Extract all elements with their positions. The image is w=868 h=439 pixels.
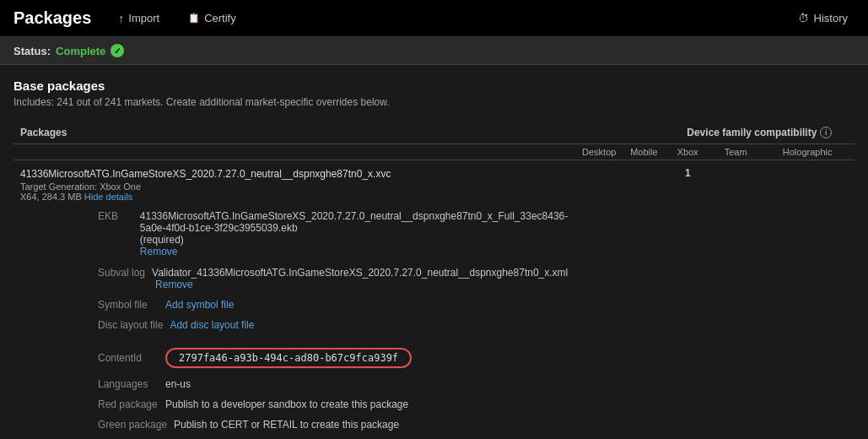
- content-id-row: ContentId 2797fa46-a93b-494c-ad80-b67c9f…: [13, 342, 855, 374]
- spacer-row: [13, 335, 855, 342]
- add-symbol-link[interactable]: Add symbol file: [165, 299, 234, 311]
- languages-row: Languages en-us: [13, 374, 855, 394]
- header-actions: ↑ Import 📋 Certify: [111, 8, 257, 29]
- main-content: Base packages Includes: 241 out of 241 m…: [0, 65, 868, 435]
- subval-empty-cols: [574, 263, 855, 295]
- page-header: Packages ↑ Import 📋 Certify ⏱ History: [0, 0, 868, 37]
- col-sub-packages: [13, 144, 574, 160]
- col-header-device-compat: Device family compatibility i: [665, 122, 855, 144]
- disc-layout-label: Disc layout file: [98, 317, 170, 333]
- package-size: X64, 284.3 MB Hide details: [20, 192, 568, 202]
- symbol-value-cell: Add symbol file: [165, 297, 568, 312]
- red-package-row: Red package Publish to a developer sandb…: [13, 394, 855, 415]
- info-icon[interactable]: i: [820, 127, 832, 138]
- red-package-label: Red package: [98, 397, 165, 412]
- subval-inner-row: Subval log Validator_41336MicrosoftATG.I…: [98, 265, 568, 292]
- content-id-value: 2797fa46-a93b-494c-ad80-b67c9fca939f: [165, 348, 412, 368]
- history-button[interactable]: ⏱ History: [791, 8, 855, 28]
- status-bar: Status: Complete ✓: [0, 37, 868, 65]
- languages-cell: Languages en-us: [13, 374, 574, 394]
- import-icon: ↑: [118, 12, 124, 25]
- subval-cell: Subval log Validator_41336MicrosoftATG.I…: [13, 263, 574, 295]
- device-compat-label: Device family compatibility: [687, 127, 817, 138]
- subval-remove-link[interactable]: Remove: [155, 279, 193, 290]
- content-id-cell: ContentId 2797fa46-a93b-494c-ad80-b67c9f…: [13, 342, 574, 374]
- red-package-value: Publish to a developer sandbox to create…: [165, 397, 568, 412]
- desktop-cell: [574, 160, 623, 205]
- red-pkg-empty-cols: [574, 394, 855, 415]
- green-package-row: Green package Publish to CERT or RETAIL …: [13, 415, 855, 435]
- ekb-required: (required): [140, 234, 568, 246]
- package-filename: 41336MicrosoftATG.InGameStoreXS_2020.7.2…: [20, 167, 568, 182]
- packages-table: Packages Device family compatibility i D…: [13, 122, 855, 435]
- green-pkg-empty-cols: [574, 415, 855, 435]
- green-package-cell: Green package Publish to CERT or RETAIL …: [13, 415, 574, 435]
- ekb-value-cell: 41336MicrosoftATG.InGameStoreXS_2020.7.2…: [140, 208, 568, 260]
- disc-layout-value-cell: Add disc layout file: [170, 317, 568, 333]
- mobile-cell: [623, 160, 664, 205]
- ekb-cell: EKB 41336MicrosoftATG.InGameStoreXS_2020…: [13, 205, 574, 263]
- certify-button[interactable]: 📋 Certify: [181, 8, 243, 28]
- subval-label: Subval log: [98, 265, 152, 292]
- content-id-inner-row: ContentId 2797fa46-a93b-494c-ad80-b67c9f…: [98, 344, 568, 371]
- content-id-value-cell: 2797fa46-a93b-494c-ad80-b67c9fca939f: [165, 344, 568, 371]
- symbol-cell: Symbol file Add symbol file: [13, 295, 574, 315]
- certify-label: Certify: [204, 12, 236, 24]
- history-icon: ⏱: [798, 12, 809, 24]
- ekb-inner-row: EKB 41336MicrosoftATG.InGameStoreXS_2020…: [98, 208, 568, 260]
- hide-details-link[interactable]: Hide details: [84, 192, 132, 202]
- subval-value: Validator_41336MicrosoftATG.InGameStoreX…: [152, 267, 568, 279]
- symbol-row: Symbol file Add symbol file: [13, 295, 855, 315]
- col-sub-holographic: Holographic: [760, 144, 855, 160]
- add-disc-layout-button[interactable]: Add disc layout file: [170, 319, 254, 331]
- package-main-row: 41336MicrosoftATG.InGameStoreXS_2020.7.2…: [13, 160, 855, 205]
- xbox-cell: 1: [665, 160, 711, 205]
- content-id-label: ContentId: [98, 344, 165, 371]
- disc-layout-cell: Disc layout file Add disc layout file: [13, 315, 574, 335]
- disc-empty-cols: [574, 315, 855, 335]
- green-package-label: Green package: [98, 417, 174, 432]
- package-filename-cell: 41336MicrosoftATG.InGameStoreXS_2020.7.2…: [13, 160, 574, 205]
- green-package-value: Publish to CERT or RETAIL to create this…: [174, 417, 568, 432]
- subval-row: Subval log Validator_41336MicrosoftATG.I…: [13, 263, 855, 295]
- ekb-label: EKB: [98, 208, 140, 260]
- symbol-inner-row: Symbol file Add symbol file: [98, 297, 568, 312]
- languages-label: Languages: [98, 377, 165, 392]
- disc-layout-row: Disc layout file Add disc layout file: [13, 315, 855, 335]
- section-subtitle: Includes: 241 out of 241 markets. Create…: [13, 96, 855, 108]
- col-sub-xbox: Xbox: [665, 144, 711, 160]
- ekb-value: 41336MicrosoftATG.InGameStoreXS_2020.7.2…: [140, 210, 568, 234]
- import-label: Import: [128, 12, 159, 24]
- page-title: Packages: [13, 8, 91, 28]
- import-button[interactable]: ↑ Import: [111, 8, 166, 29]
- disc-inner-row: Disc layout file Add disc layout file: [98, 317, 568, 333]
- red-package-cell: Red package Publish to a developer sandb…: [13, 394, 574, 415]
- status-complete-icon: ✓: [111, 44, 124, 57]
- status-label: Status:: [13, 45, 51, 57]
- languages-empty-cols: [574, 374, 855, 394]
- team-cell: [711, 160, 760, 205]
- certify-icon: 📋: [188, 13, 200, 24]
- table-header-row-1: Packages Device family compatibility i: [13, 122, 855, 144]
- ekb-remove-link[interactable]: Remove: [140, 246, 178, 257]
- col-header-empty: [574, 122, 664, 144]
- languages-value: en-us: [165, 377, 568, 392]
- subval-value-cell: Validator_41336MicrosoftATG.InGameStoreX…: [152, 265, 568, 292]
- content-id-empty-cols: [574, 342, 855, 374]
- green-pkg-inner-row: Green package Publish to CERT or RETAIL …: [98, 417, 568, 432]
- col-sub-team: Team: [711, 144, 760, 160]
- symbol-label: Symbol file: [98, 297, 165, 312]
- table-header-row-2: Desktop Mobile Xbox Team Holographic: [13, 144, 855, 160]
- col-sub-mobile: Mobile: [623, 144, 664, 160]
- col-sub-desktop: Desktop: [574, 144, 623, 160]
- symbol-empty-cols: [574, 295, 855, 315]
- ekb-row: EKB 41336MicrosoftATG.InGameStoreXS_2020…: [13, 205, 855, 263]
- status-value: Complete: [56, 45, 105, 57]
- col-header-packages: Packages: [13, 122, 574, 144]
- red-pkg-inner-row: Red package Publish to a developer sandb…: [98, 397, 568, 412]
- package-target: Target Generation: Xbox One: [20, 182, 568, 192]
- history-label: History: [814, 12, 848, 24]
- package-size-text: X64, 284.3 MB: [20, 192, 82, 202]
- section-title: Base packages: [13, 79, 855, 93]
- languages-inner-row: Languages en-us: [98, 377, 568, 392]
